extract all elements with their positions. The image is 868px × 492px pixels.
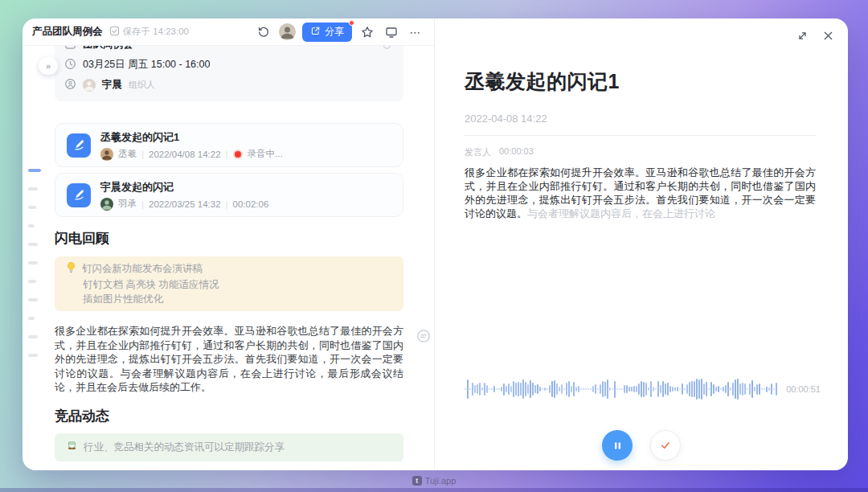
finish-recording-button[interactable]: [650, 430, 681, 461]
favorite-star-icon[interactable]: [358, 23, 376, 41]
doc-paragraph: 很多企业都在探索如何提升开会效率。亚马逊和谷歌也总结了最佳的开会方式，并且在企业…: [55, 324, 403, 395]
more-menu-icon[interactable]: ⋯: [407, 23, 424, 41]
meeting-card-actions[interactable]: [363, 46, 392, 50]
recording-dot: [235, 151, 241, 158]
flash-note-card-1[interactable]: 丞羲发起的闪记1 丞羲 | 2022/04/08 14:22 | 录音中...: [55, 123, 403, 167]
user-avatar[interactable]: [279, 23, 296, 40]
flash-card-title: 宇晨发起的闪记: [100, 180, 268, 195]
notification-dot: [349, 20, 354, 26]
section-heading-competitors: 竞品动态: [55, 407, 403, 425]
watermark-label: Tuji.app: [425, 476, 457, 486]
live-transcribing-text: 与会者理解议题内容后，在会上进行讨论: [527, 207, 715, 219]
comment-icon[interactable]: [416, 329, 431, 343]
section-heading-recap: 闪电回顾: [55, 229, 403, 248]
competitor-note: 行业、竞品相关的动态资讯可以定期跟踪分享: [84, 440, 285, 454]
toolbar: 产品团队周例会 保存于 14:23:00 分享: [23, 18, 434, 46]
teacup-icon: [66, 440, 78, 454]
sidebar-expand-icon[interactable]: »: [39, 57, 58, 75]
panel-date: 2022-04-08 14:22: [465, 113, 816, 136]
panel-title: 丞羲发起的闪记1: [465, 68, 816, 95]
pause-recording-button[interactable]: [602, 430, 633, 461]
waveform-duration: 00:00:51: [786, 384, 821, 394]
saved-check-icon: [109, 26, 120, 38]
watermark: t Tuji.app: [0, 476, 868, 486]
tuji-logo-icon: t: [412, 476, 422, 486]
organizer-avatar: [83, 79, 96, 92]
flash-card-meta: 丞羲 | 2022/04/08 14:22 | 录音中...: [100, 148, 283, 161]
avatar: [100, 198, 113, 211]
doc-outline-rail[interactable]: [28, 169, 46, 357]
flash-card-title: 丞羲发起的闪记1: [100, 130, 283, 145]
meeting-title: 团队周例会: [83, 46, 133, 51]
share-icon: [310, 26, 321, 39]
recording-status: 录音中...: [248, 148, 283, 160]
meeting-time: 03月25日 周五 15:00 - 16:00: [83, 58, 210, 72]
flash-note-panel: 丞羲发起的闪记1 2022-04-08 14:22 发言人 00:00:03 很…: [435, 18, 848, 470]
present-icon[interactable]: [383, 23, 400, 41]
organizer-role: 组织人: [129, 79, 155, 91]
attendee-icon: [64, 78, 76, 92]
audio-waveform-row: 00:00:51: [465, 377, 821, 401]
organizer-name: 宇晨: [102, 78, 122, 92]
duration: 00:02:06: [233, 199, 269, 209]
speaker-row: 发言人 00:00:03: [465, 146, 816, 158]
document-title: 产品团队周例会: [32, 25, 103, 39]
flash-note-icon: [67, 133, 91, 158]
document-pane: 产品团队周例会 保存于 14:23:00 分享: [23, 18, 435, 470]
screen-bottom-strip: [0, 488, 868, 492]
lightbulb-icon: [66, 261, 76, 277]
meeting-info-card: 团队周例会 03月25日 周五 15:00 - 16:00: [55, 46, 403, 101]
flash-card-meta: 羽承 | 2022/03/25 14:32 | 00:02:06: [100, 198, 268, 211]
highlight-block-green: 行业、竞品相关的动态资讯可以定期跟踪分享: [55, 433, 403, 461]
calendar-icon: [64, 46, 76, 52]
avatar: [100, 148, 113, 161]
transcript-paragraph: 很多企业都在探索如何提升开会效率。亚马逊和谷歌也总结了最佳的开会方式，并且在企业…: [465, 166, 816, 220]
app-window: 产品团队周例会 保存于 14:23:00 分享: [23, 18, 848, 470]
document-content: 团队周例会 03月25日 周五 15:00 - 16:00: [23, 46, 434, 470]
close-icon[interactable]: [821, 28, 835, 43]
clock-icon: [64, 58, 76, 72]
speaker-label: 发言人: [465, 146, 491, 158]
speaker-timestamp: 00:00:03: [499, 146, 534, 158]
highlight-block-yellow: 钉闪会新功能发布会演讲稿 钉钉文档 高亮块 功能适应情况 插如图片性能优化: [55, 256, 403, 311]
waveform[interactable]: [465, 377, 780, 401]
flash-note-icon: [67, 183, 91, 207]
flash-note-card-2[interactable]: 宇晨发起的闪记 羽承 | 2022/03/25 14:32 | 00:02:06: [55, 173, 403, 217]
share-button[interactable]: 分享: [302, 23, 352, 42]
expand-icon[interactable]: [795, 28, 809, 43]
history-icon[interactable]: [255, 23, 272, 41]
save-status: 保存于 14:23:00: [109, 26, 189, 38]
